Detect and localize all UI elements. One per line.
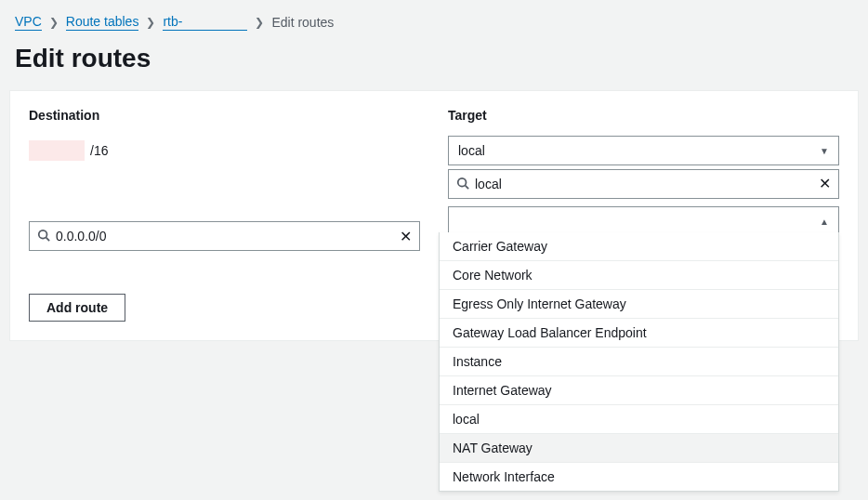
routes-panel: Destination /16 ✕ Add route Target local… — [9, 90, 859, 341]
dropdown-item[interactable]: Gateway Load Balancer Endpoint — [440, 318, 838, 347]
target-search-input[interactable] — [475, 177, 813, 191]
dropdown-item[interactable]: NAT Gateway — [440, 433, 838, 462]
search-icon — [37, 229, 50, 244]
target-header: Target — [448, 108, 839, 123]
dropdown-item[interactable]: Network Interface — [440, 462, 838, 491]
destination-input-row-2[interactable]: ✕ — [29, 221, 420, 251]
breadcrumb-link-vpc[interactable]: VPC — [15, 14, 42, 31]
dropdown-item[interactable]: Internet Gateway — [440, 375, 838, 404]
destination-header: Destination — [29, 108, 420, 123]
svg-point-2 — [458, 178, 467, 186]
clear-icon[interactable]: ✕ — [400, 228, 412, 245]
caret-down-icon: ▼ — [820, 146, 829, 156]
svg-point-0 — [39, 230, 47, 238]
destination-search-input[interactable] — [56, 229, 394, 243]
breadcrumb-link-route-tables[interactable]: Route tables — [66, 14, 139, 31]
destination-column: Destination /16 ✕ Add route — [29, 108, 420, 322]
redacted-cidr — [29, 140, 85, 161]
target-search-row-1[interactable]: ✕ — [448, 169, 839, 199]
target-select-value: local — [458, 143, 485, 158]
search-icon — [456, 177, 469, 192]
clear-icon[interactable]: ✕ — [819, 177, 831, 191]
caret-up-icon: ▲ — [820, 217, 829, 227]
destination-row-1: /16 — [29, 136, 420, 165]
svg-line-3 — [466, 185, 469, 189]
add-route-button[interactable]: Add route — [29, 294, 125, 322]
chevron-right-icon: ❯ — [49, 16, 59, 29]
svg-line-1 — [46, 237, 50, 241]
dropdown-item[interactable]: local — [440, 404, 838, 433]
dropdown-item[interactable]: Carrier Gateway — [440, 232, 838, 260]
cidr-suffix: /16 — [90, 143, 108, 158]
dropdown-item[interactable]: Instance — [440, 347, 838, 375]
target-select-row-1[interactable]: local ▼ — [448, 136, 839, 165]
dropdown-item[interactable]: Core Network — [440, 260, 838, 289]
chevron-right-icon: ❯ — [146, 16, 155, 29]
breadcrumb-link-rtb[interactable]: rtb- — [163, 13, 247, 31]
chevron-right-icon: ❯ — [255, 16, 264, 29]
breadcrumb: VPC ❯ Route tables ❯ rtb- ❯ Edit routes — [0, 0, 868, 38]
target-dropdown: Carrier GatewayCore NetworkEgress Only I… — [439, 232, 839, 492]
breadcrumb-current: Edit routes — [271, 15, 334, 30]
page-title: Edit routes — [0, 38, 868, 90]
dropdown-item[interactable]: Egress Only Internet Gateway — [440, 289, 838, 318]
